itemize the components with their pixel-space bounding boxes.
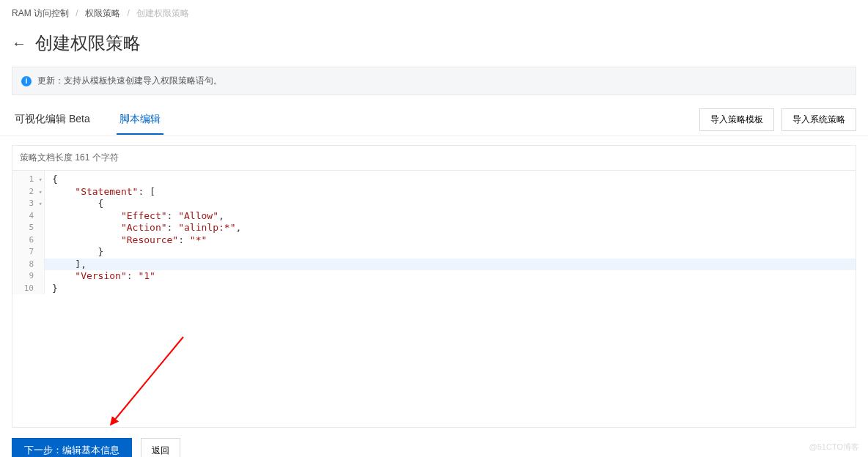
code-editor[interactable]: 12345678910 { "Statement": [ { "Effect":… <box>12 171 856 427</box>
tabs-row: 可视化编辑 Beta 脚本编辑 导入策略模板 导入系统策略 <box>0 104 868 136</box>
info-banner: i 更新：支持从模板快速创建导入权限策略语句。 <box>12 67 856 95</box>
breadcrumb-current: 创建权限策略 <box>136 8 189 18</box>
breadcrumb-separator: / <box>127 8 129 18</box>
breadcrumb-item[interactable]: RAM 访问控制 <box>12 8 69 18</box>
breadcrumb-separator: / <box>76 8 78 18</box>
info-text: 更新：支持从模板快速创建导入权限策略语句。 <box>37 75 222 87</box>
code-line-active[interactable]: ], <box>45 259 856 271</box>
tab-actions: 导入策略模板 导入系统策略 <box>699 104 856 135</box>
line-gutter: 12345678910 <box>12 171 45 294</box>
footer-actions: 下一步：编辑基本信息 返回 <box>0 428 868 457</box>
page-header: ← 创建权限策略 <box>0 27 868 67</box>
tabs: 可视化编辑 Beta 脚本编辑 <box>12 105 187 135</box>
code-line[interactable]: "Effect": "Allow", <box>52 210 856 223</box>
editor-panel: 策略文档长度 161 个字符 12345678910 { "Statement"… <box>12 145 856 428</box>
import-system-button[interactable]: 导入系统策略 <box>781 108 856 131</box>
code-line[interactable]: { <box>52 174 856 186</box>
watermark: @51CTO博客 <box>809 442 859 453</box>
page-title: 创建权限策略 <box>35 31 141 55</box>
info-icon: i <box>21 76 32 86</box>
breadcrumb-item[interactable]: 权限策略 <box>85 8 120 18</box>
code-line[interactable]: { <box>52 198 856 210</box>
tab-visual-editor[interactable]: 可视化编辑 Beta <box>12 105 93 135</box>
breadcrumb: RAM 访问控制 / 权限策略 / 创建权限策略 <box>0 0 868 27</box>
code-body[interactable]: { "Statement": [ { "Effect": "Allow", "A… <box>45 171 856 294</box>
code-line[interactable]: "Action": "alinlp:*", <box>52 222 856 234</box>
code-line[interactable]: } <box>52 283 856 295</box>
back-arrow-icon[interactable]: ← <box>12 35 26 52</box>
back-button[interactable]: 返回 <box>141 438 180 457</box>
code-line[interactable]: "Statement": [ <box>52 186 856 198</box>
tab-script-editor[interactable]: 脚本编辑 <box>117 105 163 135</box>
char-count-label: 策略文档长度 161 个字符 <box>12 146 856 171</box>
code-line[interactable]: "Version": "1" <box>52 270 856 283</box>
next-step-button[interactable]: 下一步：编辑基本信息 <box>12 438 132 457</box>
import-template-button[interactable]: 导入策略模板 <box>699 108 774 131</box>
code-line[interactable]: "Resource": "*" <box>52 234 856 247</box>
code-line[interactable]: } <box>52 246 856 259</box>
